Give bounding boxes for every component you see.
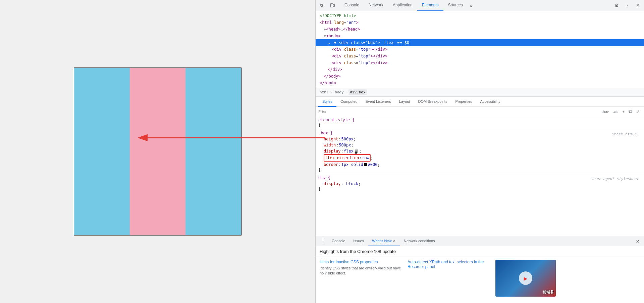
- dom-line-html[interactable]: <html lang="en">: [316, 19, 644, 26]
- css-prop-height[interactable]: height: 500px;: [318, 136, 641, 142]
- dom-line-head[interactable]: ▶<head>…</head>: [316, 26, 644, 33]
- rule-selector-div[interactable]: div { user agent stylesheet: [318, 175, 641, 180]
- style-rule-div-ua: div { user agent stylesheet display: blo…: [316, 174, 644, 193]
- filter-hov-button[interactable]: :hov: [600, 109, 610, 114]
- breadcrumb-divbox[interactable]: div.box: [348, 89, 367, 95]
- card-2-title[interactable]: Auto-detect XPath and text selectors in …: [408, 260, 491, 269]
- bottom-tab-more-button[interactable]: ⋮: [318, 238, 328, 244]
- tab-styles[interactable]: Styles: [318, 97, 336, 107]
- col-blue-right: [185, 68, 241, 235]
- whats-new-cards: Hints for inactive CSS properties Identi…: [316, 257, 644, 299]
- dom-tree: <!DOCTYPE html> <html lang="en"> ▶<head>…: [316, 11, 644, 88]
- tab-network[interactable]: Network: [364, 0, 388, 11]
- devtools-panel: Console Network Application Elements Sou…: [315, 0, 644, 303]
- dom-line-div-close[interactable]: </div>: [316, 66, 644, 73]
- breadcrumb-body[interactable]: body: [333, 89, 345, 95]
- rule-source-box: index.html:9: [612, 132, 639, 136]
- flex-box-preview: [74, 68, 241, 235]
- play-button[interactable]: ▶: [519, 271, 532, 285]
- style-rule-element: element.style { }: [316, 116, 644, 129]
- devtools-tabs: Console Network Application Elements Sou…: [340, 0, 612, 11]
- filter-input[interactable]: [318, 110, 598, 114]
- filter-add-button[interactable]: +: [621, 109, 626, 114]
- dom-line-body-close[interactable]: </body>: [316, 73, 644, 80]
- close-devtools-button[interactable]: ✕: [633, 1, 643, 10]
- css-prop-display-ua[interactable]: display: block;: [318, 181, 641, 187]
- whats-new-header: Highlights from the Chrome 108 update: [316, 246, 644, 257]
- rule-close-element: }: [318, 123, 641, 128]
- preview-area: [0, 0, 315, 303]
- user-agent-label: user agent stylesheet: [592, 177, 639, 181]
- tab-layout[interactable]: Layout: [395, 97, 414, 107]
- whats-new-card-2: Auto-detect XPath and text selectors in …: [408, 260, 491, 297]
- tab-network-conditions-bottom[interactable]: Network conditions: [400, 236, 439, 246]
- tab-console[interactable]: Console: [340, 0, 364, 11]
- tab-issues-bottom[interactable]: Issues: [349, 236, 368, 246]
- card-1-desc: Identify CSS styles that are entirely va…: [320, 266, 404, 276]
- filter-expand-button[interactable]: ⤢: [635, 109, 641, 115]
- style-rule-box: .box { index.html:9 height: 500px; width…: [316, 129, 644, 174]
- rule-selector-element[interactable]: element.style {: [318, 118, 641, 122]
- rule-close-div: }: [318, 187, 641, 191]
- tab-whats-new-bottom[interactable]: What's New ×: [368, 236, 400, 246]
- dom-line-box-selected[interactable]: … ▼ <div class="box"> flex == $0: [316, 39, 644, 46]
- devtools-topbar-icons: [317, 1, 337, 10]
- bottom-tabs: ⋮ Console Issues What's New × Network co…: [316, 236, 644, 246]
- css-prop-width[interactable]: width: 500px;: [318, 142, 641, 148]
- device-toolbar-button[interactable]: [328, 1, 337, 10]
- inspect-element-button[interactable]: [317, 1, 326, 10]
- css-prop-flex-direction[interactable]: flex-direction: row ;: [318, 154, 641, 162]
- breadcrumb: html › body › div.box: [316, 88, 644, 97]
- tab-event-listeners[interactable]: Event Listeners: [362, 97, 395, 107]
- rule-close-box: }: [318, 168, 641, 172]
- col-blue-left: [74, 68, 130, 235]
- devtools-topbar-right: ⚙ ⋮ ✕: [612, 1, 643, 10]
- tab-accessibility[interactable]: Accessibility: [476, 97, 504, 107]
- svg-rect-3: [330, 4, 333, 7]
- svg-rect-4: [333, 4, 334, 7]
- dom-line-html-close[interactable]: </html>: [316, 80, 644, 86]
- filter-actions: :hov .cls + ⧉ ⤢: [600, 108, 641, 115]
- devtools-topbar: Console Network Application Elements Sou…: [316, 0, 644, 11]
- filter-cls-button[interactable]: .cls: [611, 109, 620, 114]
- tab-properties[interactable]: Properties: [451, 97, 476, 107]
- css-prop-display[interactable]: display: flex ▦ ;: [318, 148, 641, 154]
- thumbnail-text: 前端君: [543, 290, 554, 295]
- dom-line-top-2[interactable]: <div class="top"></div>: [316, 53, 644, 59]
- tab-application[interactable]: Application: [388, 0, 417, 11]
- dom-line-top-1[interactable]: <div class="top"></div>: [316, 46, 644, 53]
- rule-selector-box[interactable]: .box { index.html:9: [318, 131, 641, 135]
- more-options-button[interactable]: ⋮: [623, 1, 632, 10]
- dom-line-top-3[interactable]: <div class="top"></div>: [316, 59, 644, 66]
- col-pink: [130, 68, 185, 235]
- filter-copy-button[interactable]: ⧉: [627, 108, 633, 115]
- tab-sources[interactable]: Sources: [443, 0, 468, 11]
- whats-new-card-1: Hints for inactive CSS properties Identi…: [320, 260, 404, 297]
- svg-rect-2: [322, 6, 323, 7]
- css-prop-border[interactable]: border: 1px solid #000;: [318, 162, 641, 168]
- styles-content: element.style { } .box { index.html:9 he…: [316, 116, 644, 236]
- styles-tabs: Styles Computed Event Listeners Layout D…: [316, 97, 644, 107]
- breadcrumb-html[interactable]: html: [318, 89, 330, 95]
- tab-computed[interactable]: Computed: [336, 97, 362, 107]
- close-bottom-panel-button[interactable]: ✕: [634, 238, 641, 244]
- settings-button[interactable]: ⚙: [612, 1, 621, 10]
- tab-console-bottom[interactable]: Console: [328, 236, 349, 246]
- card-1-title[interactable]: Hints for inactive CSS properties: [320, 260, 404, 264]
- filter-bar: :hov .cls + ⧉ ⤢: [316, 107, 644, 116]
- bottom-content: Highlights from the Chrome 108 update Hi…: [316, 246, 644, 303]
- dom-line-doctype[interactable]: <!DOCTYPE html>: [316, 12, 644, 19]
- bottom-panel: ⋮ Console Issues What's New × Network co…: [316, 236, 644, 303]
- tab-dom-breakpoints[interactable]: DOM Breakpoints: [414, 97, 451, 107]
- whats-new-tab-close[interactable]: ×: [393, 238, 396, 244]
- tab-elements[interactable]: Elements: [417, 0, 443, 11]
- whats-new-thumbnail[interactable]: ▶ 前端君: [495, 260, 556, 297]
- dom-line-body[interactable]: ▼<body>: [316, 33, 644, 39]
- tab-more[interactable]: »: [468, 0, 475, 11]
